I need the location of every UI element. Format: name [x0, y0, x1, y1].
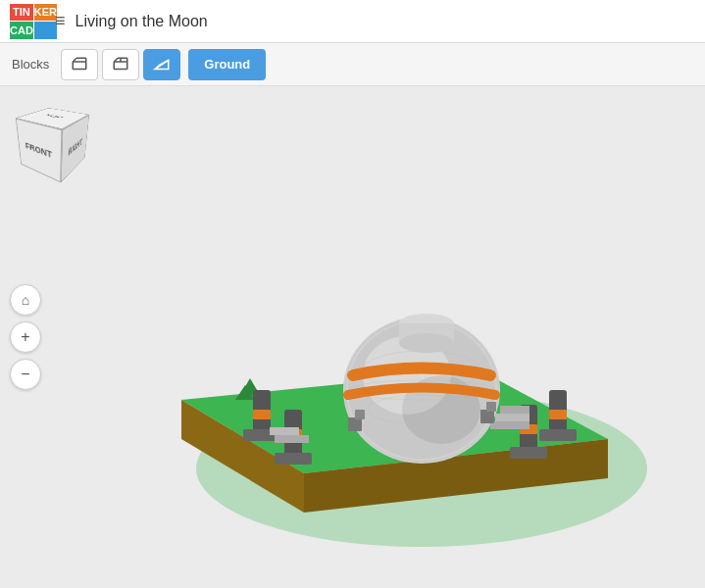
- svg-rect-48: [355, 410, 365, 419]
- viewport[interactable]: FRONT BACK LEFT RIGHT TOP ⌂ + −: [0, 86, 705, 588]
- svg-rect-40: [510, 447, 547, 459]
- svg-rect-23: [275, 453, 312, 465]
- svg-line-12: [159, 60, 169, 65]
- svg-point-35: [399, 333, 454, 353]
- logo-t: TIN: [10, 4, 33, 22]
- block-flat-btn[interactable]: [61, 49, 98, 80]
- svg-rect-45: [275, 435, 309, 443]
- svg-rect-49: [480, 410, 494, 423]
- ground-button[interactable]: Ground: [188, 49, 266, 80]
- svg-rect-43: [495, 414, 529, 421]
- svg-rect-46: [270, 427, 299, 435]
- toolbar: Blocks Ground: [0, 43, 705, 86]
- logo-e: [34, 22, 57, 39]
- svg-rect-21: [253, 410, 271, 419]
- svg-rect-44: [500, 406, 529, 414]
- scene-svg: [0, 86, 705, 588]
- blocks-label: Blocks: [12, 57, 49, 72]
- svg-rect-5: [115, 62, 128, 70]
- svg-rect-0: [74, 62, 87, 70]
- tinkercad-logo[interactable]: TIN KER CAD: [10, 4, 45, 39]
- block-ramp-btn[interactable]: [143, 49, 180, 80]
- svg-rect-47: [348, 417, 362, 431]
- svg-rect-50: [486, 402, 496, 412]
- svg-rect-42: [490, 421, 529, 429]
- logo-k: CAD: [10, 22, 33, 39]
- block-extrude-btn[interactable]: [102, 49, 139, 80]
- logo-i: KER: [34, 4, 57, 22]
- svg-rect-38: [549, 410, 567, 419]
- svg-rect-37: [539, 429, 577, 441]
- project-title: Living on the Moon: [76, 13, 208, 30]
- hamburger-icon[interactable]: ≡: [55, 11, 66, 31]
- header: TIN KER CAD ≡ Living on the Moon: [0, 0, 705, 43]
